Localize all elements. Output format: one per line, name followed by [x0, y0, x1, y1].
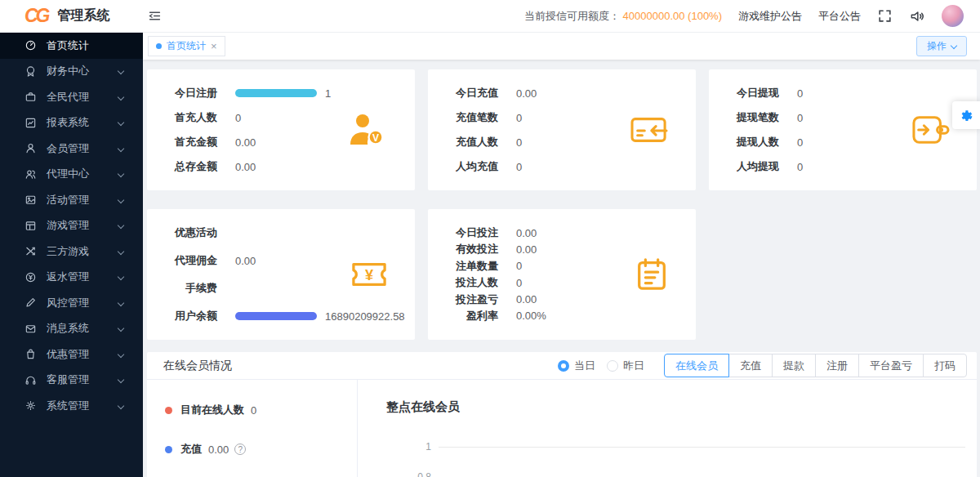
metric-button-turnover[interactable]: 打码: [923, 354, 967, 377]
credit-value: 40000000.00 (100%): [623, 10, 722, 22]
card-promo-balance-stats: 优惠活动 代理佣金 0.00 手续费 用户余额 16890209922: [147, 209, 415, 340]
metric-button-online-members[interactable]: 在线会员: [664, 354, 729, 377]
app-header: CG 管理系统 当前授信可用额度： 40000000.00 (100%) 游戏维…: [0, 0, 980, 33]
sidebar-item-member-management[interactable]: 会员管理: [0, 136, 143, 162]
stat-row: 有效投注 0.00: [452, 242, 696, 256]
sidebar-item-label: 全民代理: [47, 90, 89, 105]
sound-button[interactable]: [909, 8, 925, 25]
radio-label: 当日: [574, 359, 595, 373]
fullscreen-button[interactable]: [877, 8, 893, 24]
stat-value: 0: [516, 260, 522, 272]
stat-label: 手续费: [172, 281, 217, 296]
brand-logo: CG: [24, 5, 48, 27]
stat-label: 有效投注: [452, 242, 498, 256]
chevron-down-icon: [118, 94, 124, 100]
sidebar-item-activity-management[interactable]: 活动管理: [0, 187, 143, 213]
stat-value: 0.00%: [516, 310, 546, 322]
stat-row: 盈利率 0.00%: [452, 309, 696, 323]
stat-label: 优惠活动: [172, 225, 217, 240]
sidebar-item-agent-all[interactable]: 全民代理: [0, 84, 143, 110]
chevron-down-icon: [118, 222, 124, 229]
tab-label: 首页统计: [167, 39, 206, 53]
svg-text:¥: ¥: [365, 267, 373, 283]
sidebar-item-message-system[interactable]: 消息系统: [0, 316, 143, 342]
stat-label: 今日注册: [172, 86, 217, 100]
gear-icon: [958, 107, 974, 123]
stat-label: 提现人数: [733, 135, 779, 149]
card-registration-stats: 今日注册 1 首充人数 0 首充金额 0.00 总存金额 0.00: [147, 69, 415, 190]
agent-all-icon: [24, 91, 37, 103]
chevron-down-icon: [118, 274, 124, 280]
dashboard-main: 今日注册 1 首充人数 0 首充金额 0.00 总存金额 0.00: [143, 60, 980, 477]
rebate-icon: [24, 271, 37, 283]
stat-row: 总存金额 0.00: [172, 159, 415, 174]
game-icon: [24, 220, 37, 232]
stat-label: 今日提现: [733, 86, 779, 100]
metric-button-withdraw[interactable]: 提款: [772, 354, 816, 377]
sidebar-item-label: 三方游戏: [47, 244, 89, 259]
credit-quota: 当前授信可用额度： 40000000.00 (100%): [524, 9, 722, 24]
hourly-online-chart: 整点在线会员 1 0.8: [358, 380, 977, 477]
metric-button-register[interactable]: 注册: [815, 354, 859, 377]
sidebar-item-customer-service[interactable]: 客服管理: [0, 368, 143, 394]
stat-value: 0.00: [516, 293, 537, 305]
stat-label: 充值人数: [452, 135, 498, 149]
tab-home-stats[interactable]: 首页统计 ×: [148, 36, 225, 56]
sidebar-item-label: 会员管理: [47, 141, 89, 156]
sidebar-collapse-button[interactable]: [148, 9, 162, 23]
sidebar-item-promo-management[interactable]: 优惠管理: [0, 341, 143, 368]
game-maintenance-notice-link[interactable]: 游戏维护公告: [738, 9, 802, 24]
sidebar-item-report-system[interactable]: 报表系统: [0, 110, 143, 136]
stat-row: 优惠活动: [172, 225, 415, 240]
finance-icon: [24, 65, 37, 78]
sidebar-item-system-management[interactable]: 系统管理: [0, 393, 143, 419]
sidebar-item-rebate-management[interactable]: 返水管理: [0, 265, 143, 291]
chevron-down-icon: [951, 42, 957, 48]
platform-notice-link[interactable]: 平台公告: [818, 9, 861, 24]
sidebar-item-risk-management[interactable]: 风控管理: [0, 290, 143, 316]
stat-row: 今日充值 0.00: [452, 86, 696, 100]
settings-drawer-button[interactable]: [952, 101, 980, 129]
sidebar-nav: 首页统计 财务中心 全民代理 报表系统 会员管理 代理中心 活动管理 游戏管理: [0, 33, 143, 477]
legend-label: 目前在线人数: [180, 403, 244, 417]
metric-button-platform-pnl[interactable]: 平台盈亏: [858, 354, 924, 377]
panel-body: 目前在线人数 0 充值 0.00 ? 提款 0.00: [147, 380, 977, 477]
sidebar-item-game-management[interactable]: 游戏管理: [0, 213, 143, 239]
sidebar-item-home-stats[interactable]: 首页统计: [0, 33, 143, 59]
tab-bar: 首页统计 × 操作: [143, 33, 980, 60]
tab-actions-dropdown-button[interactable]: 操作: [916, 36, 967, 56]
sidebar-item-finance-center[interactable]: 财务中心: [0, 59, 143, 85]
legend-value: 0: [251, 404, 256, 417]
system-icon: [24, 399, 37, 412]
gridline: [439, 447, 965, 448]
sidebar-item-label: 系统管理: [47, 399, 89, 413]
tab-close-icon[interactable]: ×: [211, 41, 217, 51]
sidebar-item-label: 首页统计: [47, 38, 89, 53]
user-avatar[interactable]: [942, 5, 964, 27]
panel-controls: 当日 昨日 在线会员 充值 提款 注册 平台盈亏 打码: [558, 354, 967, 377]
stat-row: 投注盈亏 0.00: [452, 292, 696, 307]
stat-label: 投注盈亏: [452, 292, 498, 307]
help-icon[interactable]: ?: [234, 444, 246, 455]
card-withdraw-stats: 今日提现 0 提现笔数 0 提现人数 0 人均提现 0: [709, 69, 977, 190]
dashboard-icon: [24, 39, 37, 51]
sidebar-item-label: 代理中心: [47, 167, 89, 181]
app-title: 管理系统: [58, 7, 110, 25]
chevron-down-icon: [118, 300, 124, 306]
online-members-panel: 在线会员情况 当日 昨日 在线会员 充值 提款 注册: [147, 352, 977, 477]
summary-legend-column: 目前在线人数 0 充值 0.00 ? 提款 0.00: [147, 380, 358, 477]
grid-spacer: [709, 209, 977, 340]
member-vip-icon: V: [346, 110, 389, 149]
radio-yesterday[interactable]: 昨日: [607, 359, 644, 373]
y-axis-tick: 0.8: [386, 471, 431, 477]
stat-label: 今日充值: [452, 86, 498, 100]
radio-today[interactable]: 当日: [558, 359, 595, 373]
sidebar-item-agency-center[interactable]: 代理中心: [0, 162, 143, 188]
sidebar-item-thirdparty-games[interactable]: 三方游戏: [0, 238, 143, 265]
sidebar-item-label: 活动管理: [47, 193, 89, 207]
withdraw-wallet-icon: [910, 113, 951, 147]
metric-button-deposit[interactable]: 充值: [728, 354, 773, 377]
stat-label: 首充金额: [172, 135, 217, 149]
stat-value: 0: [235, 112, 241, 124]
stat-label: 盈利率: [452, 309, 498, 323]
